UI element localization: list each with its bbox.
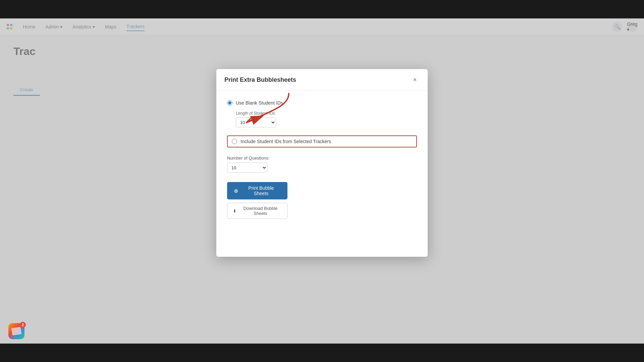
length-select[interactable]: 5 6 7 8 9 10 11 12 xyxy=(236,117,276,127)
number-questions-label: Number of Questions: xyxy=(227,156,417,161)
print-icon: ⊕ xyxy=(234,188,238,194)
radio-option-trackers[interactable]: Include Student IDs from Selected Tracke… xyxy=(227,135,417,147)
modal: Print Extra Bubblesheets × Use Blank Stu… xyxy=(216,69,428,257)
app-icon-inner xyxy=(11,327,22,336)
print-bubble-sheets-button[interactable]: ⊕ Print Bubble Sheets xyxy=(227,182,287,199)
app-icon[interactable]: 2 xyxy=(8,323,24,339)
modal-header: Print Extra Bubblesheets × xyxy=(216,69,428,91)
bottom-bar xyxy=(0,344,644,362)
download-bubble-sheets-button[interactable]: ⬇ Download Bubble Sheets xyxy=(227,203,287,219)
length-field-label: Length of Student IDs: xyxy=(236,111,417,116)
radio-trackers-label: Include Student IDs from Selected Tracke… xyxy=(240,139,331,144)
radio-blank-label: Use Blank Student IDs xyxy=(236,100,283,106)
app-badge: 2 xyxy=(20,322,26,328)
radio-blank-input[interactable] xyxy=(227,100,232,106)
download-button-label: Download Bubble Sheets xyxy=(239,206,282,216)
radio-group: Use Blank Student IDs Length of Student … xyxy=(227,100,417,147)
top-bar xyxy=(0,0,644,18)
number-questions-section: Number of Questions: 5 10 15 20 25 30 40… xyxy=(227,156,417,173)
print-button-label: Print Bubble Sheets xyxy=(241,185,281,196)
number-questions-select[interactable]: 5 10 15 20 25 30 40 50 xyxy=(227,163,267,173)
modal-title: Print Extra Bubblesheets xyxy=(224,76,296,83)
radio-trackers-input[interactable] xyxy=(232,139,237,144)
modal-body: Use Blank Student IDs Length of Student … xyxy=(216,91,428,228)
modal-close-button[interactable]: × xyxy=(410,75,420,84)
length-field-group: Length of Student IDs: 5 6 7 8 9 10 11 1… xyxy=(236,111,417,127)
download-icon: ⬇ xyxy=(233,208,236,214)
radio-option-blank[interactable]: Use Blank Student IDs xyxy=(227,100,417,106)
